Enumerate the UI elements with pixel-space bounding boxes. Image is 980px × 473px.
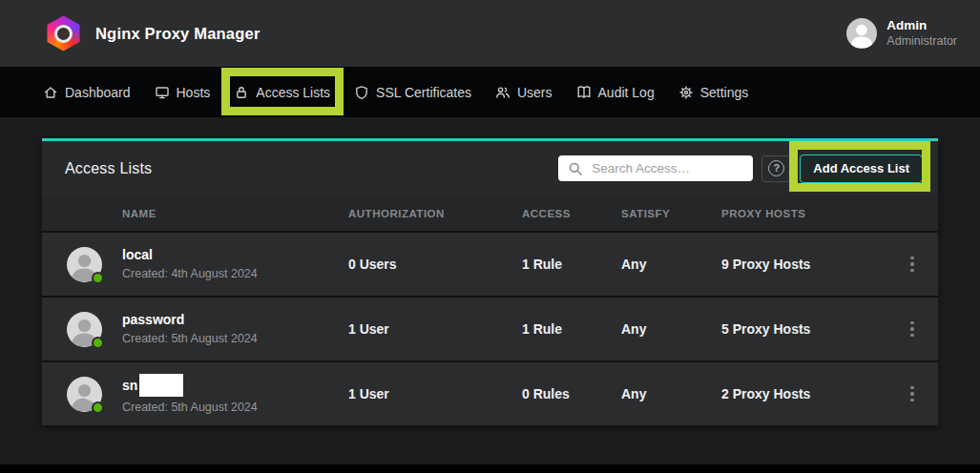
column-header-proxy-hosts: PROXY HOSTS [721, 208, 905, 219]
redaction-box [139, 374, 183, 397]
user-avatar [846, 18, 877, 49]
proxy-hosts-cell: 2 Proxy Hosts [721, 386, 905, 401]
table-header: NAME AUTHORIZATION ACCESS SATISFY PROXY … [42, 195, 938, 231]
proxy-hosts-cell: 9 Proxy Hosts [721, 257, 905, 272]
table-row: local Created: 4th August 2024 0 Users 1… [42, 231, 938, 296]
top-header-bar: Nginx Proxy Manager Admin Administrator [0, 0, 980, 67]
nav-item-hosts[interactable]: Hosts [155, 85, 211, 100]
help-icon: ? [768, 160, 784, 176]
created-date: Created: 5th August 2024 [122, 401, 348, 414]
panel-header: Access Lists ? Add Access List [42, 141, 938, 195]
user-name: Admin [886, 18, 957, 34]
search-box [558, 155, 753, 181]
access-lists-panel: Access Lists ? Add Access List NAME [42, 138, 938, 425]
user-menu[interactable]: Admin Administrator [846, 18, 957, 50]
users-icon [495, 85, 511, 100]
column-header-satisfy: SATISFY [621, 208, 721, 219]
access-cell: 1 Rule [522, 321, 621, 337]
nav-item-access-lists[interactable]: Access Lists [234, 85, 330, 100]
created-date: Created: 5th August 2024 [122, 332, 348, 345]
row-menu-kebab-icon[interactable] [905, 253, 920, 277]
authorization-cell: 0 Users [348, 257, 522, 272]
gear-icon [678, 85, 694, 100]
satisfy-cell: Any [621, 257, 721, 272]
row-menu-kebab-icon[interactable] [905, 382, 920, 406]
page-title: Access Lists [65, 160, 558, 177]
help-button[interactable]: ? [761, 155, 791, 182]
column-header-access: ACCESS [522, 208, 621, 219]
column-header-name: NAME [122, 208, 348, 219]
monitor-icon [155, 85, 170, 100]
lock-icon [234, 85, 249, 100]
main-navigation: Dashboard Hosts Access Lists SSL Certifi… [0, 67, 980, 117]
nav-item-users[interactable]: Users [495, 85, 553, 100]
nav-item-audit-log[interactable]: Audit Log [576, 85, 655, 100]
column-header-authorization: AUTHORIZATION [348, 208, 522, 219]
shield-icon [354, 85, 369, 100]
user-role: Administrator [886, 34, 957, 50]
avatar [67, 247, 102, 282]
avatar [67, 312, 102, 347]
search-input[interactable] [558, 155, 753, 181]
avatar [67, 377, 102, 412]
status-dot [92, 401, 104, 414]
nav-item-ssl-certificates[interactable]: SSL Certificates [354, 85, 471, 100]
book-icon [576, 85, 592, 100]
satisfy-cell: Any [621, 321, 721, 337]
access-list-name: sn [122, 374, 348, 397]
access-cell: 1 Rule [522, 257, 621, 272]
created-date: Created: 4th August 2024 [122, 267, 348, 280]
access-cell: 0 Rules [522, 386, 621, 401]
add-access-list-button[interactable]: Add Access List [800, 154, 923, 183]
access-list-name: password [122, 313, 348, 327]
status-dot [92, 272, 104, 284]
window-bottom-edge [0, 464, 980, 473]
status-dot [92, 337, 104, 349]
satisfy-cell: Any [621, 386, 721, 401]
table-row: password Created: 5th August 2024 1 User… [42, 296, 938, 360]
authorization-cell: 1 User [348, 386, 522, 401]
access-list-name: local [122, 248, 348, 262]
table-row: sn Created: 5th August 2024 1 User 0 Rul… [42, 360, 938, 425]
home-icon [43, 85, 58, 100]
authorization-cell: 1 User [348, 321, 522, 337]
row-menu-kebab-icon[interactable] [905, 318, 920, 341]
nav-item-settings[interactable]: Settings [678, 85, 749, 100]
app-logo-icon [46, 16, 81, 51]
proxy-hosts-cell: 5 Proxy Hosts [721, 321, 905, 337]
nav-item-dashboard[interactable]: Dashboard [43, 85, 131, 100]
app-title: Nginx Proxy Manager [95, 25, 261, 43]
